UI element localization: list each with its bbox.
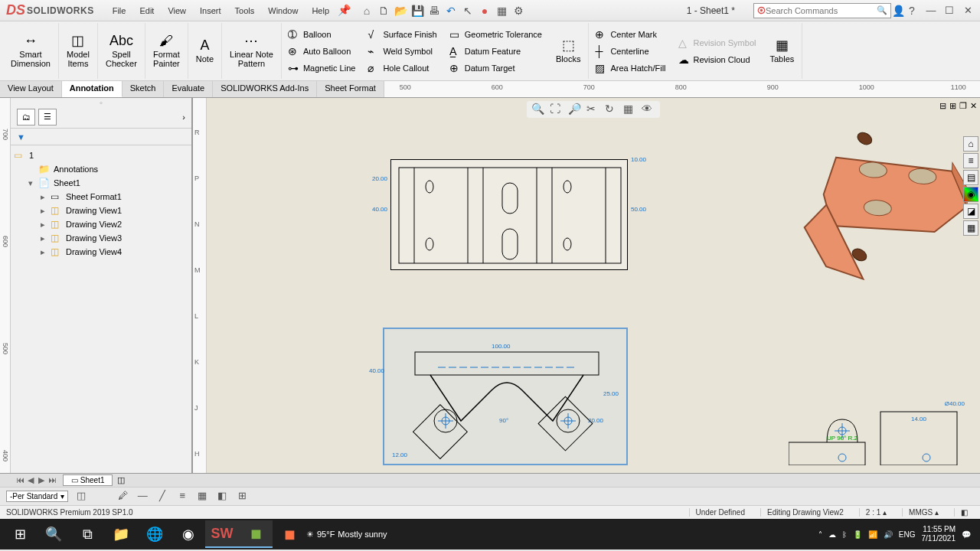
help-icon[interactable]: ? xyxy=(905,4,919,18)
line-style-icon[interactable]: ╱ xyxy=(155,490,169,504)
smart-dimension-button[interactable]: ↔ Smart Dimension xyxy=(8,32,54,70)
tree-view2[interactable]: ▸ ◫ Drawing View2 xyxy=(14,217,188,231)
pin-icon[interactable]: 📌 xyxy=(337,3,351,17)
tree-root[interactable]: ▭ 1 xyxy=(14,148,188,162)
line-thickness-icon[interactable]: — xyxy=(136,490,149,504)
settings-icon[interactable]: ⚙ xyxy=(511,4,525,18)
taskview-icon[interactable]: ⧉ xyxy=(70,520,104,548)
blocks-button[interactable]: ⬚ Blocks xyxy=(553,37,583,66)
chrome-icon[interactable]: ◉ xyxy=(172,520,205,548)
tab-sketch[interactable]: Sketch xyxy=(122,81,165,97)
tab-addins[interactable]: SOLIDWORKS Add-Ins xyxy=(213,81,317,97)
maximize-button[interactable]: ☐ xyxy=(943,5,956,17)
auto-balloon-button[interactable]: ⊛Auto Balloon xyxy=(285,44,359,59)
hole-callout-button[interactable]: ⌀Hole Callout xyxy=(364,60,439,76)
save-icon[interactable]: 💾 xyxy=(410,4,424,18)
zoom-area-icon[interactable]: ⛶ xyxy=(550,103,564,116)
menu-view[interactable]: View xyxy=(162,3,192,18)
expand-icon[interactable]: ▸ xyxy=(38,192,47,202)
menu-insert[interactable]: Insert xyxy=(194,3,227,18)
explorer-icon[interactable]: 📁 xyxy=(104,520,138,548)
wifi-icon[interactable]: 📶 xyxy=(868,530,877,539)
tray-up-icon[interactable]: ˄ xyxy=(818,530,822,539)
close-button[interactable]: ✕ xyxy=(962,5,974,17)
new-icon[interactable]: 🗋 xyxy=(377,4,390,18)
area-hatch-button[interactable]: ▨Area Hatch/Fill xyxy=(592,60,668,76)
tree-view1[interactable]: ▸ ◫ Drawing View1 xyxy=(14,204,188,217)
section-icon[interactable]: ✂ xyxy=(586,103,600,116)
datum-target-button[interactable]: ⊕Datum Target xyxy=(446,60,545,76)
expand-icon[interactable]: ▸ xyxy=(38,247,47,257)
open-icon[interactable]: 📂 xyxy=(394,4,407,18)
zoom-prev-icon[interactable]: 🔎 xyxy=(568,103,582,116)
tree-sheet1[interactable]: ▾ 📄 Sheet1 xyxy=(14,176,188,190)
panel-expand-icon[interactable]: › xyxy=(182,112,185,122)
surface-finish-button[interactable]: √Surface Finish xyxy=(364,27,439,42)
search-task-icon[interactable]: 🔍 xyxy=(37,520,70,548)
revision-cloud-button[interactable]: ☁Revision Cloud xyxy=(675,52,760,67)
edge-icon[interactable]: 🌐 xyxy=(138,520,172,548)
tab-evaluate[interactable]: Evaluate xyxy=(164,81,213,97)
status-extra-icon[interactable]: ◧ xyxy=(954,508,974,517)
tables-button[interactable]: ▦ Tables xyxy=(766,37,797,66)
menu-window[interactable]: Window xyxy=(262,3,304,18)
sheet-tab-1[interactable]: ▭ Sheet1 xyxy=(63,474,113,486)
rebuild-icon[interactable]: ● xyxy=(478,4,492,18)
canvas-close-icon[interactable]: ✕ xyxy=(970,101,977,111)
drawing-view-1[interactable]: 10.00 50.00 40.00 20.00 xyxy=(390,159,628,270)
dim-palette-icon[interactable]: ▤ xyxy=(963,170,978,185)
home-view-icon[interactable]: ⌂ xyxy=(963,136,978,152)
select-icon[interactable]: ↖ xyxy=(461,4,475,18)
app2-task-icon[interactable]: ◼ xyxy=(273,520,306,548)
menu-file[interactable]: File xyxy=(106,3,132,18)
3d-model-view[interactable] xyxy=(789,113,980,297)
hide-show-icon[interactable]: 👁 xyxy=(642,103,655,116)
display-icon[interactable]: ▦ xyxy=(623,103,637,116)
property-tab-icon[interactable]: ☰ xyxy=(38,109,57,126)
menu-edit[interactable]: Edit xyxy=(133,3,160,18)
color-display-icon[interactable]: ◧ xyxy=(215,490,229,504)
menu-tools[interactable]: Tools xyxy=(229,3,261,18)
filter-icon[interactable]: ▼ xyxy=(17,132,25,142)
align-icon[interactable]: ⊞ xyxy=(235,490,249,504)
panel-handle[interactable]: ◦ xyxy=(11,98,191,106)
model-items-button[interactable]: ◫ Model Items xyxy=(64,32,93,70)
weather-widget[interactable]: ☀ 95°F Mostly sunny xyxy=(306,530,387,540)
expand-icon[interactable]: ▸ xyxy=(38,233,47,243)
spell-checker-button[interactable]: Abc Spell Checker xyxy=(103,32,140,70)
linear-note-pattern-button[interactable]: ⋯ Linear Note Pattern xyxy=(227,32,276,70)
tree-view3[interactable]: ▸ ◫ Drawing View3 xyxy=(14,231,188,245)
prev-sheet-icon[interactable]: ◀ xyxy=(26,475,35,485)
clock[interactable]: 11:55 PM 7/11/2021 xyxy=(922,525,956,543)
collapse-icon[interactable]: ▾ xyxy=(26,178,35,188)
canvas-max-icon[interactable]: ⊞ xyxy=(949,101,956,111)
expand-icon[interactable]: ▸ xyxy=(38,220,47,230)
volume-icon[interactable]: 🔊 xyxy=(884,530,893,539)
appearance-icon[interactable]: ◉ xyxy=(963,187,978,202)
search-icon[interactable]: 🔍 xyxy=(877,5,887,15)
zoom-fit-icon[interactable]: 🔍 xyxy=(531,103,545,116)
center-mark-button[interactable]: ⊕Center Mark xyxy=(592,27,668,42)
menu-help[interactable]: Help xyxy=(305,3,335,18)
search-input[interactable] xyxy=(766,6,877,15)
line-weight-icon[interactable]: ≡ xyxy=(175,490,189,504)
scale-status[interactable]: 2 : 1 ▴ xyxy=(859,508,893,517)
format-painter-button[interactable]: 🖌 Format Painter xyxy=(150,32,183,70)
print-icon[interactable]: 🖶 xyxy=(427,4,441,18)
feature-tree-tab-icon[interactable]: 🗂 xyxy=(17,109,35,126)
drawing-canvas[interactable]: 🔍 ⛶ 🔎 ✂ ↻ ▦ 👁 ⊟ ⊞ ❐ ✕ xyxy=(207,98,980,473)
layers-icon[interactable]: ≡ xyxy=(963,153,978,168)
next-sheet-icon[interactable]: ▶ xyxy=(37,475,46,485)
note-button[interactable]: A Note xyxy=(193,37,217,66)
onedrive-icon[interactable]: ☁ xyxy=(828,530,836,539)
weld-symbol-button[interactable]: ⌁Weld Symbol xyxy=(364,44,439,59)
solidworks-task-icon[interactable]: SW xyxy=(205,520,239,548)
add-sheet-icon[interactable]: ◫ xyxy=(113,475,129,485)
battery-icon[interactable]: 🔋 xyxy=(853,530,862,539)
tab-view-layout[interactable]: View Layout xyxy=(0,81,62,97)
tree-view4[interactable]: ▸ ◫ Drawing View4 xyxy=(14,245,188,259)
canvas-min-icon[interactable]: ⊟ xyxy=(939,101,946,111)
tree-annotations[interactable]: 📁 Annotations xyxy=(14,162,188,176)
magnetic-line-button[interactable]: ⊶Magnetic Line xyxy=(285,60,359,76)
lang-indicator[interactable]: ENG xyxy=(899,530,916,539)
